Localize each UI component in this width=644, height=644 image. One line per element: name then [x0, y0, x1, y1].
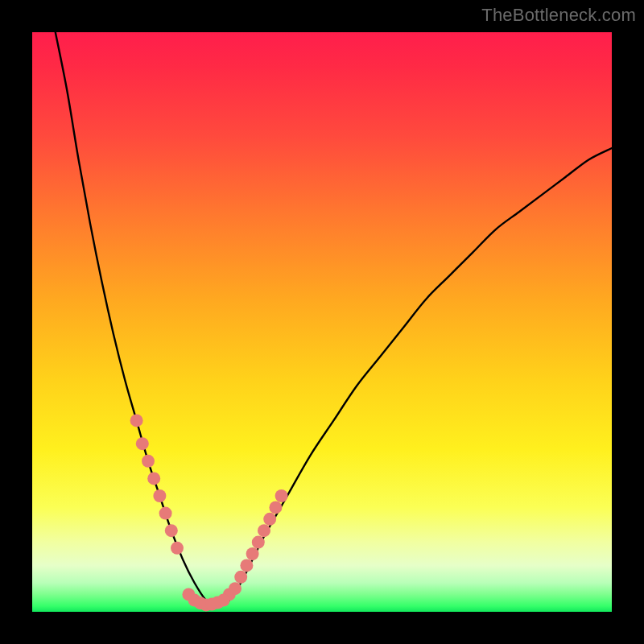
data-point: [240, 559, 253, 572]
data-point: [142, 455, 155, 468]
plot-area: [32, 32, 612, 612]
data-point: [171, 542, 184, 555]
data-point: [136, 437, 149, 450]
watermark-text: TheBottleneck.com: [481, 5, 636, 26]
data-point: [275, 489, 288, 502]
data-point: [246, 547, 259, 560]
marked-points-bottom: [182, 588, 229, 611]
bottleneck-curve-svg: [32, 32, 612, 612]
data-point: [159, 507, 172, 520]
data-point: [217, 594, 230, 607]
data-point: [263, 513, 276, 526]
data-point: [269, 501, 282, 514]
data-point: [147, 472, 160, 485]
data-point: [252, 536, 265, 549]
data-point: [229, 582, 242, 595]
data-point: [153, 489, 166, 502]
data-point: [130, 414, 143, 427]
bottleneck-curve: [56, 32, 612, 606]
data-point: [258, 524, 270, 537]
marked-points-left: [130, 414, 184, 554]
chart-frame: TheBottleneck.com: [0, 0, 644, 644]
data-point: [165, 524, 178, 537]
marked-points-right: [223, 489, 288, 601]
data-point: [234, 571, 247, 584]
